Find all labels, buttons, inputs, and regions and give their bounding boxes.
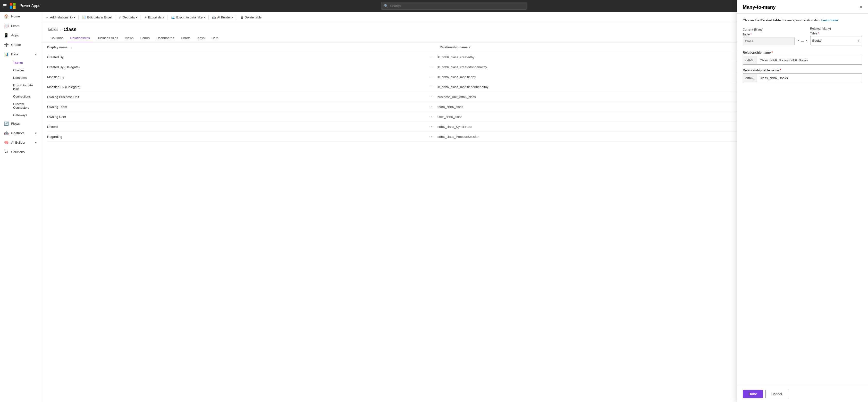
relationship-table-name-field: crfb6_ [743, 73, 862, 82]
delete-table-button[interactable]: 🗑 Delete table [238, 14, 264, 21]
sidebar-item-apps[interactable]: 📱 Apps [0, 31, 41, 40]
edit-data-excel-button[interactable]: 📊 Edit data in Excel [80, 14, 114, 21]
row-options-icon[interactable]: ··· [429, 134, 434, 139]
related-many-label: Related (Many) [810, 27, 862, 30]
app-name: Power Apps [20, 4, 40, 8]
sidebar-item-learn[interactable]: 📖 Learn [0, 21, 41, 31]
display-sort-asc-icon[interactable]: ↑ [68, 46, 70, 49]
row-options-icon[interactable]: ··· [429, 85, 434, 89]
cancel-button[interactable]: Cancel [765, 390, 788, 398]
current-many-label: Current (Many) [743, 28, 795, 31]
sidebar-item-choices[interactable]: Choices [11, 66, 41, 74]
main-layout: 🏠 Home 📖 Learn 📱 Apps ➕ Create 📊 Data ▲ … [0, 12, 868, 402]
sidebar-item-solutions[interactable]: 🗂 Solutions [0, 147, 41, 157]
row-options-icon[interactable]: ··· [429, 95, 434, 99]
tab-forms[interactable]: Forms [137, 34, 153, 42]
connector-star1: * [798, 39, 799, 43]
ai-icon: 🤖 [212, 15, 216, 19]
flows-icon: 🔄 [4, 121, 9, 126]
sidebar-item-flows[interactable]: 🔄 Flows [0, 119, 41, 128]
get-data-icon: ↙ [119, 15, 121, 19]
sidebar-item-chatbots[interactable]: 🤖 Chatbots ▼ [0, 128, 41, 138]
display-name-cell: Owning User [47, 115, 429, 119]
panel-header: Many-to-many × [737, 12, 868, 13]
toolbar-sep-3 [141, 15, 141, 20]
add-icon: ＋ [45, 15, 49, 20]
sidebar-item-home[interactable]: 🏠 Home [0, 12, 41, 21]
tab-data[interactable]: Data [208, 34, 222, 42]
search-icon: 🔍 [384, 4, 388, 8]
ai-chevron-icon: ▾ [232, 16, 233, 19]
sidebar-item-custom-connectors[interactable]: Custom Connectors [11, 100, 41, 111]
row-options-icon[interactable]: ··· [429, 65, 434, 69]
add-relationship-button[interactable]: ＋ Add relationship ▾ [43, 14, 78, 21]
display-name-cell: Modified By [47, 75, 429, 79]
connector-star2: * [806, 39, 807, 43]
search-input[interactable] [390, 4, 524, 8]
sidebar-item-dataflows[interactable]: Dataflows [11, 74, 41, 81]
sidebar-item-export-lake[interactable]: Export to data lake [11, 81, 41, 93]
display-name-cell: Owning Team [47, 105, 429, 109]
chatbots-icon: 🤖 [4, 131, 9, 135]
lake-chevron-icon: ▾ [204, 16, 205, 19]
lake-icon: 🌊 [171, 15, 175, 19]
sidebar-item-connections[interactable]: Connections [11, 93, 41, 100]
sidebar-item-tables[interactable]: Tables [11, 59, 41, 66]
relationship-name-section: Relationship name * crfb6_ [743, 51, 862, 65]
panel-description: Choose the Related table to create your … [743, 19, 862, 22]
get-data-button[interactable]: ↙ Get data ▾ [116, 14, 140, 21]
tab-dashboards[interactable]: Dashboards [153, 34, 178, 42]
relationship-name-prefix: crfb6_ [743, 56, 757, 64]
sidebar-item-gateways[interactable]: Gateways [11, 111, 41, 119]
home-icon: 🏠 [4, 14, 9, 19]
data-chevron-icon: ▲ [34, 53, 37, 56]
related-table-col: Related (Many) Table * Books Class Conta… [810, 27, 862, 45]
tab-columns[interactable]: Columns [47, 34, 67, 42]
done-button[interactable]: Done [743, 390, 763, 398]
ai-builder-chevron-icon: ▼ [34, 141, 37, 144]
many-to-many-panel: Many-to-many × Choose the Related table … [737, 12, 868, 402]
tables-section: Current (Many) Table * * — * Related (Ma… [743, 27, 862, 45]
tab-relationships[interactable]: Relationships [67, 34, 93, 42]
tab-keys[interactable]: Keys [194, 34, 208, 42]
tab-business-rules[interactable]: Business rules [93, 34, 121, 42]
menu-icon[interactable]: ☰ [3, 3, 7, 8]
row-options-icon[interactable]: ··· [429, 75, 434, 79]
apps-icon: 📱 [4, 33, 9, 38]
row-options-icon[interactable]: ··· [429, 125, 434, 129]
toolbar-sep-4 [167, 15, 168, 20]
export-icon: ↗ [144, 15, 147, 19]
display-name-cell: Created By [47, 55, 429, 59]
sidebar-item-ai-builder[interactable]: 🧠 AI Builder ▼ [0, 138, 41, 147]
sidebar: 🏠 Home 📖 Learn 📱 Apps ➕ Create 📊 Data ▲ … [0, 12, 41, 402]
tab-charts[interactable]: Charts [178, 34, 194, 42]
get-data-chevron-icon: ▾ [136, 16, 137, 19]
current-table-col: Current (Many) Table * [743, 28, 795, 45]
breadcrumb-parent[interactable]: Tables [47, 27, 58, 32]
col-display-header: Display name ↑ ↓ [47, 45, 427, 49]
panel-footer: Done Cancel [737, 386, 868, 402]
rel-sort-icon[interactable]: ∨ [469, 45, 470, 49]
breadcrumb-current: Class [64, 27, 76, 32]
sidebar-item-create[interactable]: ➕ Create [0, 40, 41, 49]
chatbots-chevron-icon: ▼ [34, 132, 37, 135]
display-sort-desc-icon[interactable]: ↓ [71, 46, 72, 49]
relationship-name-input[interactable] [757, 56, 862, 64]
current-table-input[interactable] [743, 37, 795, 45]
search-bar: 🔍 [381, 2, 527, 10]
microsoft-logo [10, 3, 16, 9]
excel-icon: 📊 [82, 15, 86, 19]
sidebar-item-data[interactable]: 📊 Data ▲ [0, 49, 41, 59]
current-required-star: * [750, 33, 752, 36]
export-lake-button[interactable]: 🌊 Export to data lake ▾ [169, 14, 207, 21]
row-options-icon[interactable]: ··· [429, 114, 434, 119]
related-table-select[interactable]: Books Class Contact Account [810, 36, 862, 45]
export-data-button[interactable]: ↗ Export data [142, 14, 167, 21]
relationship-table-name-input[interactable] [757, 74, 862, 82]
row-options-icon[interactable]: ··· [429, 105, 434, 109]
learn-more-link[interactable]: Learn more [821, 19, 838, 22]
ai-builder-button[interactable]: 🤖 AI Builder ▾ [210, 14, 236, 21]
sidebar-sub-data: Tables Choices Dataflows Export to data … [0, 59, 41, 119]
row-options-icon[interactable]: ··· [429, 55, 434, 59]
tab-views[interactable]: Views [121, 34, 137, 42]
